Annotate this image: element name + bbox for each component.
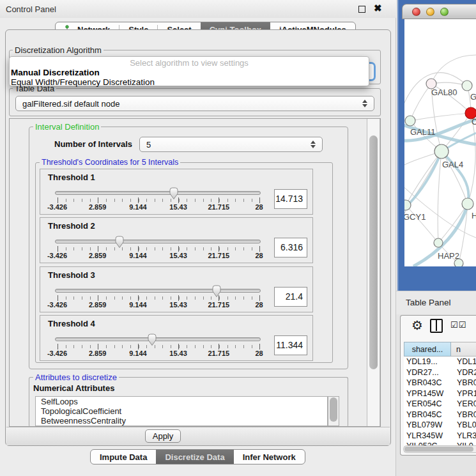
cell-name[interactable]: YBR0 xyxy=(451,378,476,388)
cell-name[interactable]: YLR3 xyxy=(451,431,476,441)
gear-icon[interactable]: ⚙ xyxy=(411,318,423,332)
panel-title: Control Panel xyxy=(6,4,56,14)
threshold-slider-track[interactable] xyxy=(55,337,261,341)
table-row[interactable]: YBL079WYBL0 xyxy=(404,420,476,431)
list-item[interactable]: SelfLoops xyxy=(36,397,327,406)
slider-handle[interactable] xyxy=(146,333,158,347)
slider-tick-label: 9.144 xyxy=(119,203,157,211)
slider-tick-label: 28 xyxy=(240,349,279,357)
close-traffic-light[interactable] xyxy=(412,8,420,16)
slider-tick-label: 28 xyxy=(240,203,279,211)
cell-name[interactable]: YBR0 xyxy=(451,410,476,420)
cell-name[interactable]: YBL0 xyxy=(451,420,476,431)
network-graph xyxy=(404,19,476,266)
table-row[interactable]: YDL19...YDL1 xyxy=(404,357,476,367)
slider-tick-label: 28 xyxy=(240,301,279,309)
cell-shared-name[interactable]: YDL19... xyxy=(404,357,451,367)
tab-impute-data[interactable]: Impute Data xyxy=(91,450,156,464)
menu-item-manual-discretization[interactable]: Manual Discretization xyxy=(11,68,100,77)
attributes-title: Attributes to discretize xyxy=(33,372,119,382)
spinner-icon xyxy=(362,100,367,107)
node-label: GAL80 xyxy=(431,88,457,97)
table-rows: YDL19...YDL1YDR27...YDR2YBR043CYBR0YPR14… xyxy=(404,357,476,445)
cell-name[interactable]: YIL0 xyxy=(451,441,476,445)
slider-tick-label: 21.715 xyxy=(199,301,238,309)
cell-name[interactable]: YDR2 xyxy=(451,367,476,378)
slider-tick-label: 15.43 xyxy=(159,203,197,211)
attributes-scrollbar-thumb[interactable] xyxy=(330,397,337,422)
checkbox-icons[interactable]: ☑☑ xyxy=(450,320,466,330)
tab-infer-network[interactable]: Infer Network xyxy=(234,450,305,464)
list-item[interactable]: BetweennessCentrality xyxy=(36,416,327,426)
slider-handle[interactable] xyxy=(211,284,222,298)
cell-name[interactable]: YPR1 xyxy=(451,388,476,399)
threshold-value-field[interactable]: 11.344 xyxy=(274,335,307,355)
threshold-value-field[interactable]: 6.316 xyxy=(274,238,307,257)
slider-tick-label: 21.715 xyxy=(199,203,238,211)
interval-definition-label: Interval Definition xyxy=(33,122,101,132)
control-panel: Control Panel ✖ Network Style Select Cyn… xyxy=(0,0,396,476)
threshold-slider-track[interactable] xyxy=(55,289,261,293)
table-panel-title: Table Panel xyxy=(406,298,451,307)
columns-icon[interactable] xyxy=(430,319,443,333)
list-item[interactable]: TopologicalCoefficient xyxy=(36,406,327,416)
slider-major-tick xyxy=(178,197,179,203)
node-label: GCY1 xyxy=(404,212,426,222)
cell-shared-name[interactable]: YBR043C xyxy=(404,378,451,388)
slider-tick-label: 15.43 xyxy=(159,301,197,309)
apply-button[interactable]: Apply xyxy=(145,429,181,443)
table-row[interactable]: YBR043CYBR0 xyxy=(404,378,476,388)
threshold-2-panel: Threshold 2 -3.4262.8599.14415.4321.7152… xyxy=(40,217,313,263)
number-of-intervals-combo[interactable]: 5 xyxy=(139,137,323,152)
threshold-label: Threshold 3 xyxy=(48,270,95,280)
network-canvas[interactable]: GAL80GACGAL11GAL4GCY1HHAP2 xyxy=(404,19,476,266)
slider-major-tick xyxy=(98,246,98,252)
cell-name[interactable]: YDL1 xyxy=(451,357,476,367)
node-label: GA xyxy=(470,92,476,102)
vertical-scrollbar-thumb[interactable] xyxy=(369,135,378,369)
threshold-label: Threshold 1 xyxy=(48,173,95,182)
cell-shared-name[interactable]: YLR345W xyxy=(404,431,451,441)
slider-major-tick xyxy=(219,295,219,301)
threshold-value-field[interactable]: 21.4 xyxy=(274,287,307,307)
button-row xyxy=(6,427,390,445)
table-row[interactable]: YLR345WYLR3 xyxy=(404,431,476,441)
discretization-algorithm-label: Discretization Algorithm xyxy=(13,45,104,55)
cell-shared-name[interactable]: YER054C xyxy=(404,399,451,410)
table-row[interactable]: YPR145WYPR1 xyxy=(404,388,476,399)
horizontal-scrollbar-thumb[interactable] xyxy=(404,447,473,452)
threshold-value-field[interactable]: 14.713 xyxy=(274,189,307,209)
table-row[interactable]: YER054CYER0 xyxy=(404,399,476,410)
cell-shared-name[interactable]: YPR145W xyxy=(404,388,451,399)
zoom-traffic-light[interactable] xyxy=(440,8,449,16)
node-label: C xyxy=(472,117,476,127)
tab-discretize-data[interactable]: Discretize Data xyxy=(156,450,233,464)
float-window-icon[interactable] xyxy=(358,6,365,13)
table-data-combo[interactable]: galFiltered.sif default node xyxy=(15,96,374,111)
table-row[interactable]: YIL052CYIL0 xyxy=(404,441,476,445)
numerical-attributes-label: Numerical Attributes xyxy=(33,383,114,393)
table-row[interactable]: YBR045CYBR0 xyxy=(404,410,476,420)
close-icon[interactable]: ✖ xyxy=(374,3,382,14)
threshold-slider-track[interactable] xyxy=(55,240,261,243)
cell-shared-name[interactable]: YBL079W xyxy=(404,420,451,431)
cell-shared-name[interactable]: YIL052C xyxy=(404,441,451,445)
menu-item-equal-width-frequency[interactable]: Equal Width/Frequency Discretization xyxy=(11,77,155,87)
cell-shared-name[interactable]: YDR27... xyxy=(404,367,451,378)
cell-shared-name[interactable]: YBR045C xyxy=(404,410,451,420)
network-window-titlebar[interactable] xyxy=(402,4,476,19)
slider-handle[interactable] xyxy=(114,235,125,249)
table-row[interactable]: YDR27...YDR2 xyxy=(404,367,476,378)
minimize-traffic-light[interactable] xyxy=(426,8,434,16)
column-header-name[interactable]: n xyxy=(451,342,476,357)
cell-name[interactable]: YER0 xyxy=(451,399,476,410)
number-of-intervals-value: 5 xyxy=(146,140,310,150)
slider-tick-label: 9.144 xyxy=(119,349,157,357)
slider-tick-label: 21.715 xyxy=(199,252,238,259)
slider-minor-ticks xyxy=(58,199,260,202)
slider-major-tick xyxy=(98,197,98,203)
threshold-slider-track[interactable] xyxy=(55,191,261,195)
column-header-shared-name[interactable]: shared... xyxy=(404,342,451,357)
slider-major-tick xyxy=(58,295,58,301)
slider-major-tick xyxy=(178,246,179,252)
